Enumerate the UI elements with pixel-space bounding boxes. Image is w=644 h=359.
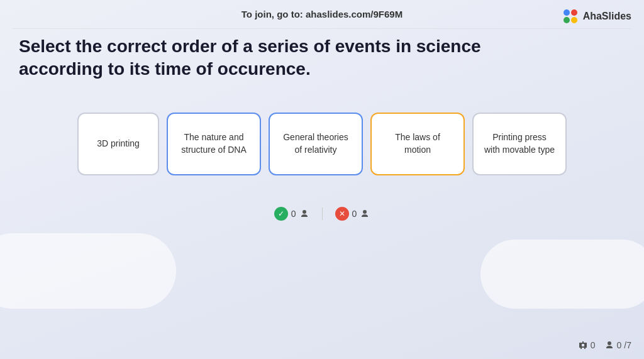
incorrect-count: 0: [352, 209, 357, 219]
card-1-text: 3D printing: [97, 138, 140, 150]
footer: 0 0/7: [578, 340, 631, 350]
question-title: Select the correct order of a series of …: [0, 29, 566, 94]
logo-icon: [562, 8, 579, 25]
svg-point-1: [571, 9, 577, 16]
card-2-text: The nature and structure of DNA: [178, 131, 250, 156]
participants-suffix: /7: [624, 340, 631, 350]
card-1[interactable]: 3D printing: [77, 113, 159, 175]
votes-item: 0: [578, 340, 596, 350]
svg-point-3: [571, 17, 577, 23]
votes-count: 0: [591, 340, 596, 350]
join-prefix: To join, go to:: [242, 9, 306, 19]
cloud-decoration-left: [0, 233, 176, 309]
logo-text: AhaSlides: [583, 11, 631, 22]
stats-row: ✓ 0 ✕ 0: [0, 207, 644, 221]
person-icon-correct: [299, 209, 309, 219]
incorrect-icon: ✕: [335, 207, 349, 221]
cards-container: 3D printing The nature and structure of …: [0, 100, 644, 188]
stat-separator: [322, 207, 323, 220]
card-3-text: General theories of relativity: [280, 131, 352, 156]
cloud-decoration-right: [480, 240, 644, 309]
header: To join, go to: ahaslides.com/9F69M AhaS…: [0, 0, 644, 28]
logo: AhaSlides: [562, 8, 631, 25]
correct-stat: ✓ 0: [274, 207, 309, 221]
card-2[interactable]: The nature and structure of DNA: [167, 113, 261, 175]
svg-point-2: [564, 17, 570, 23]
svg-point-0: [564, 9, 570, 16]
card-5[interactable]: Printing press with movable type: [472, 113, 567, 175]
join-url: ahaslides.com/9F69M: [306, 9, 402, 19]
participants-count: 0: [617, 340, 622, 350]
card-3[interactable]: General theories of relativity: [269, 113, 363, 175]
incorrect-stat: ✕ 0: [335, 207, 370, 221]
card-4[interactable]: The laws of motion: [370, 113, 465, 175]
join-info: To join, go to: ahaslides.com/9F69M: [242, 9, 402, 19]
correct-count: 0: [291, 209, 296, 219]
card-4-text: The laws of motion: [382, 131, 453, 156]
correct-icon: ✓: [274, 207, 288, 221]
participants-icon: [604, 340, 614, 350]
participants-item: 0/7: [604, 340, 631, 350]
vote-icon: [578, 340, 588, 350]
card-5-text: Printing press with movable type: [484, 131, 555, 156]
person-icon-incorrect: [360, 209, 370, 219]
